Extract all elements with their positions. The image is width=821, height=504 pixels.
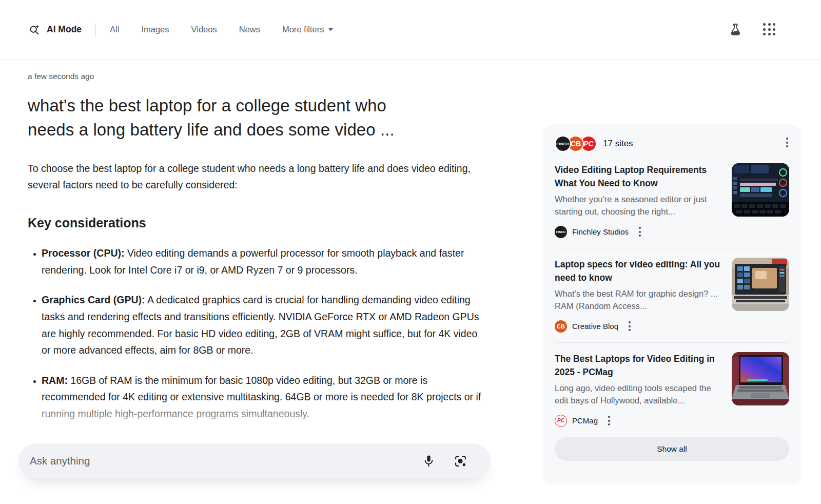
ai-mode-search-sparkle-icon	[29, 24, 40, 35]
more-filters-menu[interactable]: More filters	[282, 25, 334, 34]
source-card-creativebloq[interactable]: Laptop specs for video editing: All you …	[555, 248, 789, 333]
tab-ai-mode[interactable]: AI Mode	[29, 24, 82, 35]
favicon-finchley: FINCH	[555, 135, 571, 152]
source-favicon-pcmag[interactable]: PC	[555, 415, 567, 427]
sources-panel-header: FINCH CB PC 17 sites	[555, 133, 789, 154]
askbar-icons	[423, 455, 467, 468]
query-title: what's the best laptop for a college stu…	[28, 94, 492, 142]
list-item-cpu: Processor (CPU): Video editing demands a…	[42, 245, 482, 278]
list-item-ram: RAM: 16GB of RAM is the minimum for basi…	[42, 372, 482, 422]
source-card-finchley[interactable]: Video Editing Laptop Requirements What Y…	[555, 154, 789, 239]
chevron-down-icon	[328, 28, 334, 31]
card-thumbnail-pcmag-laptop[interactable]	[732, 352, 789, 405]
query-title-line1: what's the best laptop for a college stu…	[28, 94, 492, 118]
sources-panel: FINCH CB PC 17 sites Video Editing Lapto…	[542, 124, 802, 484]
panel-kebab-menu-icon[interactable]	[784, 135, 790, 149]
ask-anything-input[interactable]	[30, 455, 423, 467]
microphone-icon[interactable]	[423, 455, 435, 468]
card-snippet: What's the best RAM for graphic design? …	[555, 287, 722, 313]
show-all-button[interactable]: Show all	[555, 437, 789, 461]
card-source-row: PC PCMag	[555, 414, 789, 428]
card-kebab-menu-icon[interactable]	[606, 414, 612, 428]
nav-right-icons	[729, 23, 776, 36]
section-heading: Key considerations	[28, 216, 492, 230]
card-title[interactable]: The Best Laptops for Video Editing in 20…	[555, 352, 722, 379]
key-considerations-list: Processor (CPU): Video editing demands a…	[28, 245, 492, 422]
card-thumbnail-laptop-photo-editor[interactable]	[732, 258, 789, 311]
card-snippet: Whether you're a seasoned editor or just…	[555, 193, 722, 219]
google-lens-icon[interactable]	[454, 455, 467, 468]
card-snippet: Long ago, video editing tools escaped th…	[555, 382, 722, 408]
list-item-ram-text: 16GB of RAM is the minimum for basic 108…	[42, 375, 481, 419]
list-item-gpu-lead: Graphics Card (GPU):	[42, 294, 145, 305]
tab-videos[interactable]: Videos	[191, 25, 217, 34]
card-title[interactable]: Laptop specs for video editing: All you …	[555, 258, 722, 285]
card-title[interactable]: Video Editing Laptop Requirements What Y…	[555, 163, 722, 190]
list-item-gpu: Graphics Card (GPU): A dedicated graphic…	[42, 292, 482, 358]
ai-answer-column: a few seconds ago what's the best laptop…	[28, 72, 492, 435]
list-item-ram-lead: RAM:	[42, 375, 68, 386]
source-name[interactable]: PCMag	[572, 416, 598, 425]
sites-count-label: 17 sites	[603, 139, 633, 149]
tab-all[interactable]: All	[110, 25, 119, 34]
answer-intro-paragraph: To choose the best laptop for a college …	[28, 161, 479, 193]
card-kebab-menu-icon[interactable]	[637, 225, 643, 239]
more-filters-label: More filters	[282, 25, 324, 34]
source-card-pcmag[interactable]: The Best Laptops for Video Editing in 20…	[555, 343, 789, 428]
list-item-cpu-lead: Processor (CPU):	[42, 247, 124, 259]
card-source-row: FINCH Finchley Studios	[555, 225, 789, 239]
tab-news[interactable]: News	[239, 25, 260, 34]
card-thumbnail-video-editor[interactable]	[732, 163, 789, 217]
labs-flask-icon[interactable]	[729, 23, 741, 36]
nav-divider	[95, 23, 96, 36]
tab-images[interactable]: Images	[141, 25, 169, 34]
source-favicon-finchley[interactable]: FINCH	[555, 226, 567, 238]
card-kebab-menu-icon[interactable]	[627, 319, 633, 333]
source-favicon-stack: FINCH CB PC	[555, 135, 597, 152]
answer-timestamp: a few seconds ago	[28, 72, 492, 81]
source-name[interactable]: Finchley Studios	[572, 227, 629, 236]
ai-mode-label: AI Mode	[47, 24, 82, 35]
google-apps-grid-icon[interactable]	[763, 23, 776, 36]
source-favicon-creativebloq[interactable]: CB	[555, 320, 567, 333]
card-source-row: CB Creative Bloq	[555, 319, 789, 333]
top-navigation-bar: AI Mode All Images Videos News More filt…	[0, 0, 821, 60]
query-title-line2: needs a long battery life and does some …	[28, 118, 492, 142]
source-name[interactable]: Creative Bloq	[572, 322, 618, 331]
ask-anything-bar[interactable]	[18, 443, 491, 478]
